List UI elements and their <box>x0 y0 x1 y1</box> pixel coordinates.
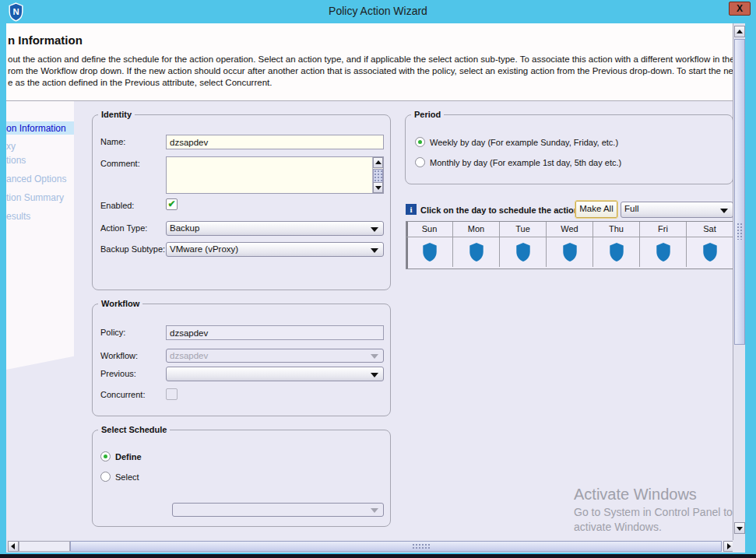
day-cell-sat[interactable] <box>687 237 733 267</box>
day-header-row: Sun Mon Tue Wed Thu Fri Sat <box>406 222 733 237</box>
period-group-title: Period <box>411 110 444 119</box>
select-radio[interactable] <box>100 472 111 482</box>
scroll-up-icon[interactable] <box>373 157 383 168</box>
workflow-group-title: Workflow <box>98 299 142 308</box>
close-icon[interactable]: X <box>729 2 751 16</box>
identity-group-title: Identity <box>98 110 135 119</box>
sidebar-item-results[interactable]: esults <box>6 211 30 222</box>
day-header-sat[interactable]: Sat <box>687 222 733 237</box>
scroll-left-icon[interactable] <box>8 541 19 552</box>
day-cell-thu[interactable] <box>593 237 640 267</box>
header-description-line: e as the action defined in the Previous … <box>8 78 272 87</box>
horizontal-scrollbar[interactable] <box>6 540 734 553</box>
select-schedule-group-title: Select Schedule <box>98 425 170 434</box>
policy-action-wizard-window: N Policy Action Wizard X n Information o… <box>0 0 756 558</box>
title-bar: N Policy Action Wizard X <box>0 0 756 23</box>
shield-icon <box>515 242 532 262</box>
day-header-fri[interactable]: Fri <box>640 222 687 237</box>
shield-icon <box>608 242 625 262</box>
sidebar-item-action-summary[interactable]: tion Summary <box>6 192 64 203</box>
activate-windows-watermark-line2: Go to System in Control Panel to <box>574 506 733 518</box>
day-header-sun[interactable]: Sun <box>406 222 453 237</box>
activate-windows-watermark: Activate Windows <box>574 486 697 504</box>
schedule-info-text: Click on the day to schedule the action <box>420 205 579 215</box>
comment-field[interactable] <box>166 156 384 194</box>
previous-label: Previous: <box>100 369 136 378</box>
shield-icon <box>701 242 719 262</box>
backup-level-dropdown[interactable]: Full <box>621 202 733 218</box>
period-group: Period Weekly by day (For example Sunday… <box>405 114 733 184</box>
workflow-group: Workflow Policy: Workflow: dzsapdev Prev… <box>92 304 391 416</box>
page-title: n Information <box>8 33 83 47</box>
define-label: Define <box>115 452 142 461</box>
scroll-up-icon[interactable] <box>734 26 745 37</box>
horizontal-scroll-thumb[interactable] <box>70 541 722 552</box>
day-header-wed[interactable]: Wed <box>547 222 593 237</box>
day-shield-row <box>406 237 733 267</box>
concurrent-label: Concurrent: <box>100 390 145 399</box>
vertical-scrollbar[interactable] <box>733 23 745 540</box>
wizard-content: n Information out the action and define … <box>6 23 733 540</box>
make-all-button[interactable]: Make All <box>575 201 617 218</box>
screen-edge <box>0 554 756 558</box>
scroll-down-icon[interactable] <box>373 182 383 193</box>
scrollbar-corner <box>733 540 745 553</box>
schedule-dropdown <box>172 503 384 517</box>
concurrent-checkbox <box>166 388 178 400</box>
sidebar-item-action-information[interactable]: on Information <box>6 123 66 134</box>
shield-icon <box>421 242 438 262</box>
policy-label: Policy: <box>100 328 125 337</box>
weekly-label: Weekly by day (For example Sunday, Frida… <box>430 138 618 147</box>
workflow-dropdown: dzsapdev <box>166 349 384 363</box>
day-header-mon[interactable]: Mon <box>453 222 500 237</box>
horizontal-scroll-track[interactable] <box>19 541 70 552</box>
activate-windows-watermark-line3: activate Windows. <box>574 521 662 533</box>
day-cell-tue[interactable] <box>500 237 547 267</box>
shield-icon <box>655 242 672 262</box>
scroll-grip <box>737 223 744 240</box>
day-schedule-table: Sun Mon Tue Wed Thu Fri Sat <box>406 221 733 269</box>
day-header-thu[interactable]: Thu <box>593 222 640 237</box>
header-description-line: out the action and define the schedule f… <box>8 54 733 64</box>
scroll-grip <box>412 543 431 550</box>
identity-group: Identity Name: Comment: Enabled: ✔ Actio… <box>92 114 391 290</box>
wizard-steps-sidebar: on Information xy tions anced Options ti… <box>6 101 74 370</box>
sidebar-item-options[interactable]: tions <box>6 155 26 166</box>
workflow-label: Workflow: <box>100 351 138 360</box>
backup-subtype-dropdown[interactable]: VMware (vProxy) <box>166 242 384 257</box>
day-cell-mon[interactable] <box>453 237 500 267</box>
action-type-label: Action Type: <box>100 223 147 233</box>
comment-label: Comment: <box>100 159 140 168</box>
select-schedule-group: Select Schedule Define Select <box>92 430 391 527</box>
sidebar-item-proxy[interactable]: xy <box>6 141 16 152</box>
vertical-scroll-thumb[interactable] <box>734 39 745 345</box>
day-cell-sun[interactable] <box>406 237 453 267</box>
enabled-label: Enabled: <box>100 201 134 210</box>
action-type-dropdown[interactable]: Backup <box>166 221 384 236</box>
define-radio[interactable] <box>100 451 111 461</box>
sidebar-item-advanced-options[interactable]: anced Options <box>6 174 66 184</box>
name-field[interactable] <box>166 135 384 149</box>
checkmark-icon: ✔ <box>167 198 175 209</box>
day-cell-fri[interactable] <box>640 237 687 267</box>
header-description-line: rom the Workflow drop down. If the new a… <box>8 66 733 75</box>
weekly-radio[interactable] <box>415 137 425 147</box>
enabled-checkbox[interactable]: ✔ <box>166 198 178 210</box>
comment-scrollbar <box>372 157 383 193</box>
day-cell-wed[interactable] <box>547 237 593 267</box>
previous-dropdown[interactable] <box>166 367 384 381</box>
header-band: n Information out the action and define … <box>6 23 733 101</box>
monthly-label: Monthly by day (For example 1st day, 5th… <box>430 158 621 167</box>
window-title: Policy Action Wizard <box>0 5 756 17</box>
info-icon: i <box>406 204 417 215</box>
day-header-tue[interactable]: Tue <box>500 222 547 237</box>
shield-icon <box>468 242 485 262</box>
backup-subtype-label: Backup Subtype: <box>100 244 165 254</box>
monthly-radio[interactable] <box>415 157 425 167</box>
shield-icon <box>561 242 578 262</box>
name-label: Name: <box>100 137 125 146</box>
comment-scroll-thumb[interactable] <box>373 169 383 183</box>
select-label: Select <box>115 472 139 482</box>
policy-field[interactable] <box>166 325 384 340</box>
scroll-down-icon[interactable] <box>734 522 745 534</box>
